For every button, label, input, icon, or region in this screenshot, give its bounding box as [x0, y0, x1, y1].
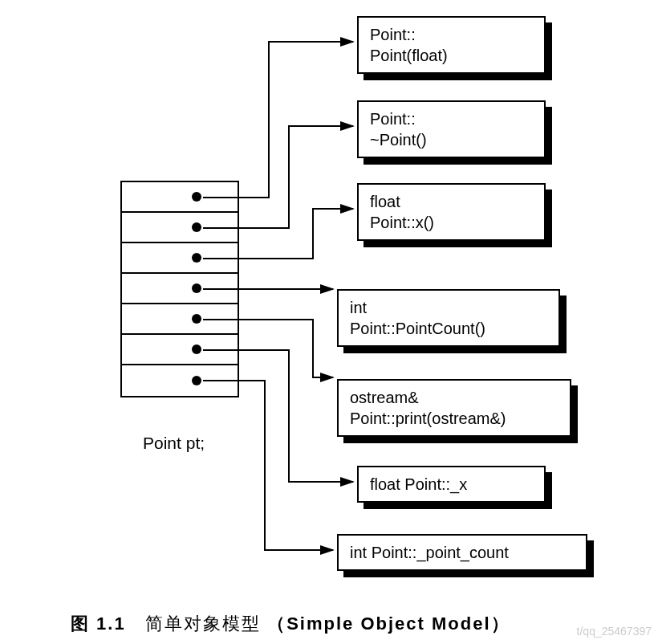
pointer-arrows [0, 0, 658, 644]
watermark-text: t/qq_25467397 [577, 625, 652, 638]
caption-zh: 简单对象模型 [145, 613, 261, 634]
figure-number: 图 1.1 [71, 613, 126, 634]
figure-caption: 图 1.1 简单对象模型 （Simple Object Model） [71, 612, 510, 636]
simple-object-model-diagram: Point pt; Point:: Point(float) Point:: ~… [0, 0, 658, 644]
caption-en: （Simple Object Model） [267, 613, 510, 634]
